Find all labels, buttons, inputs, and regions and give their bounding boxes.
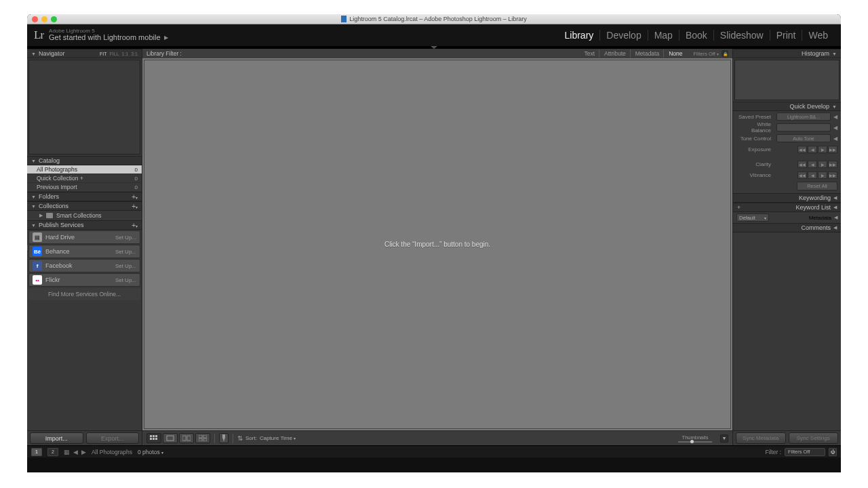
grid-view-button[interactable] bbox=[146, 433, 161, 443]
auto-tone-button[interactable]: Auto Tone bbox=[776, 134, 831, 142]
folders-title: Folders bbox=[39, 193, 59, 200]
zoom-3-1[interactable]: 3:1 bbox=[131, 52, 138, 56]
publish-service-facebook[interactable]: fFacebookSet Up... bbox=[28, 259, 140, 272]
compare-view-button[interactable] bbox=[179, 433, 194, 443]
histogram-header[interactable]: Histogram ▼ bbox=[733, 49, 841, 58]
zoom-1-1[interactable]: 1:1 bbox=[122, 52, 129, 56]
catalog-item[interactable]: All Photographs0 bbox=[27, 165, 142, 174]
toolbar-options-button[interactable]: ▼ bbox=[720, 434, 728, 443]
secondary-display-button[interactable]: 2 bbox=[47, 448, 58, 456]
catalog-header[interactable]: ▼ Catalog bbox=[27, 156, 142, 165]
module-book[interactable]: Book bbox=[679, 30, 714, 41]
exposure-stepper[interactable]: ◀◀◀▶▶▶ bbox=[797, 146, 837, 153]
reset-all-button[interactable]: Reset All bbox=[797, 182, 837, 190]
window-title: Lightroom 5 Catalog.lrcat – Adobe Photos… bbox=[349, 16, 527, 22]
keywording-title: Keywording bbox=[799, 195, 831, 201]
zoom-fit[interactable]: FIT bbox=[100, 52, 107, 56]
center-panel: Library Filter : TextAttributeMetadataNo… bbox=[142, 49, 732, 445]
publish-service-flickr[interactable]: ••FlickrSet Up... bbox=[28, 273, 140, 287]
comments-header[interactable]: Comments ◀ bbox=[733, 223, 841, 232]
quick-develop-header[interactable]: Quick Develop ▼ bbox=[733, 102, 841, 111]
sync-settings-button[interactable]: Sync Settings bbox=[789, 432, 839, 444]
disclosure-icon: ▼ bbox=[31, 52, 36, 56]
sort-direction-button[interactable]: ⇅ bbox=[237, 434, 243, 442]
setup-link[interactable]: Set Up... bbox=[115, 263, 136, 269]
module-picker: LibraryDevelopMapBookSlideshowPrintWeb bbox=[559, 30, 835, 41]
mobile-tagline[interactable]: Get started with Lightroom mobile bbox=[49, 34, 160, 42]
find-more-services-button[interactable]: Find More Services Online... bbox=[28, 288, 140, 300]
painter-tool-button[interactable] bbox=[219, 433, 229, 443]
sort-menu[interactable]: Capture Time ▾ bbox=[260, 435, 296, 441]
smart-collections-row[interactable]: ▶ Smart Collections bbox=[27, 211, 142, 220]
disclosure-icon: ▼ bbox=[31, 159, 36, 163]
toolbar: ⇅ Sort: Capture Time ▾ Thumbnails ▼ bbox=[142, 430, 732, 445]
quick-develop-title: Quick Develop bbox=[790, 103, 830, 110]
module-print[interactable]: Print bbox=[770, 30, 803, 41]
vibrance-stepper[interactable]: ◀◀◀▶▶▶ bbox=[797, 171, 837, 179]
filter-tab-none[interactable]: None bbox=[665, 49, 686, 58]
nav-forward-button[interactable]: ▶ bbox=[81, 449, 86, 455]
filter-switch-icon[interactable]: ⏻ bbox=[829, 448, 837, 456]
clarity-stepper[interactable]: ◀◀◀▶▶▶ bbox=[797, 161, 837, 168]
publish-service-hdd[interactable]: ▤Hard DriveSet Up... bbox=[28, 230, 140, 244]
svg-rect-2 bbox=[155, 435, 157, 437]
grid-shortcut-icon[interactable]: ▦ bbox=[64, 449, 70, 455]
grid-view[interactable]: Click the “Import...” button to begin. bbox=[144, 60, 731, 429]
top-panel-grabber[interactable] bbox=[27, 46, 841, 49]
publish-title: Publish Services bbox=[39, 222, 84, 228]
navigator-title: Navigator bbox=[39, 50, 65, 57]
zoom-fill[interactable]: FILL bbox=[110, 52, 119, 56]
filmstrip-breadcrumb[interactable]: All Photographs bbox=[92, 449, 132, 455]
collections-header[interactable]: ▼ Collections +▾ bbox=[27, 201, 142, 211]
filmstrip[interactable] bbox=[27, 458, 841, 472]
module-library[interactable]: Library bbox=[559, 30, 601, 41]
module-map[interactable]: Map bbox=[648, 30, 679, 41]
filter-lock-icon[interactable]: 🔒 bbox=[722, 50, 728, 57]
publish-header[interactable]: ▼ Publish Services +▾ bbox=[27, 220, 142, 230]
filmstrip-filter-menu[interactable]: Filters Off bbox=[785, 448, 825, 456]
svg-rect-6 bbox=[167, 436, 174, 441]
export-button[interactable]: Export... bbox=[86, 432, 140, 444]
sync-metadata-button[interactable]: Sync Metadata bbox=[736, 432, 786, 444]
navigator-header[interactable]: ▼ Navigator FITFILL1:13:1 bbox=[27, 49, 142, 58]
svg-rect-0 bbox=[150, 435, 152, 437]
filters-off-label[interactable]: Filters Off ▾ bbox=[694, 51, 719, 57]
thumbnail-size-slider[interactable]: Thumbnails bbox=[678, 434, 712, 443]
setup-link[interactable]: Set Up... bbox=[115, 277, 136, 283]
catalog-item[interactable]: Quick Collection +0 bbox=[27, 174, 142, 183]
folders-header[interactable]: ▼ Folders +▾ bbox=[27, 192, 142, 201]
white-balance-label: White Balance bbox=[736, 121, 774, 134]
publish-service-behance[interactable]: BēBehanceSet Up... bbox=[28, 245, 140, 258]
setup-link[interactable]: Set Up... bbox=[115, 235, 136, 241]
survey-view-button[interactable] bbox=[195, 433, 210, 443]
add-collection-button[interactable]: +▾ bbox=[132, 203, 138, 210]
filter-tab-metadata[interactable]: Metadata bbox=[631, 49, 664, 58]
svg-rect-10 bbox=[203, 435, 207, 438]
keywording-header[interactable]: Keywording ◀ bbox=[733, 193, 841, 203]
module-slideshow[interactable]: Slideshow bbox=[714, 30, 770, 41]
metadata-preset-menu[interactable]: Default▾ bbox=[736, 214, 769, 222]
white-balance-menu[interactable] bbox=[776, 123, 831, 131]
primary-display-button[interactable]: 1 bbox=[31, 448, 42, 456]
filter-tab-text[interactable]: Text bbox=[580, 49, 600, 58]
expand-icon[interactable]: ◀ bbox=[833, 125, 837, 131]
navigator-preview[interactable] bbox=[28, 60, 140, 155]
module-develop[interactable]: Develop bbox=[600, 30, 648, 41]
saved-preset-label: Saved Preset bbox=[736, 114, 774, 120]
keyword-list-header[interactable]: + Keyword List ◀ bbox=[733, 203, 841, 212]
nav-back-button[interactable]: ◀ bbox=[73, 449, 78, 455]
add-publish-button[interactable]: +▾ bbox=[132, 222, 138, 229]
setup-link[interactable]: Set Up... bbox=[115, 249, 136, 255]
identity-panel: Lr Adobe Lightroom 5 Get started with Li… bbox=[27, 24, 841, 46]
loupe-view-button[interactable] bbox=[163, 433, 178, 443]
add-folder-button[interactable]: +▾ bbox=[132, 193, 138, 201]
catalog-item[interactable]: Previous Import0 bbox=[27, 183, 142, 192]
expand-icon[interactable]: ◀ bbox=[833, 114, 837, 120]
add-keyword-button[interactable]: + bbox=[737, 204, 741, 211]
expand-icon[interactable]: ◀ bbox=[833, 136, 837, 142]
saved-preset-menu[interactable]: Lightroom B&... bbox=[776, 113, 831, 121]
module-web[interactable]: Web bbox=[802, 30, 834, 41]
filter-tab-attribute[interactable]: Attribute bbox=[600, 49, 631, 58]
chevron-right-icon[interactable]: ▶ bbox=[164, 35, 168, 41]
import-button[interactable]: Import... bbox=[30, 432, 83, 444]
